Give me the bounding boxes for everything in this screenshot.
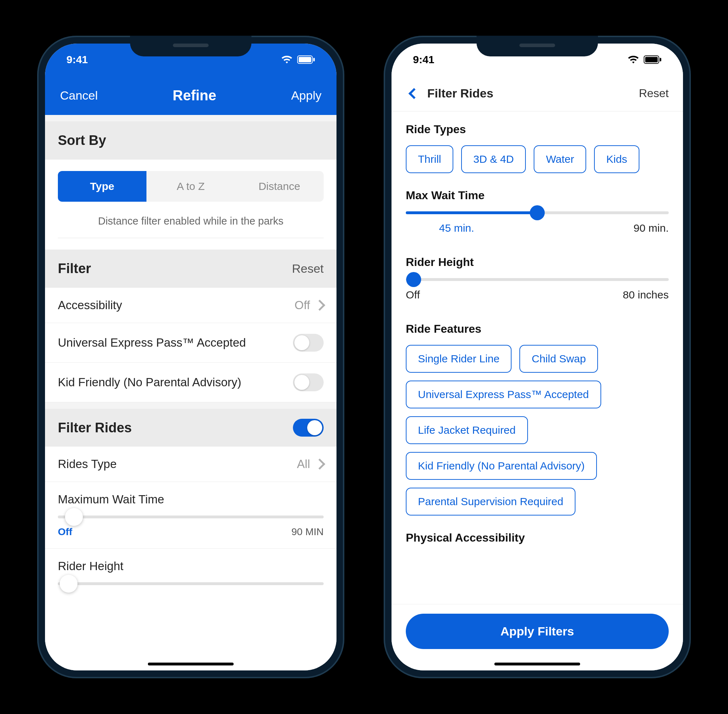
sort-seg-atoz[interactable]: A to Z: [146, 171, 235, 202]
screen-left: 9:41 Cancel Refine Apply Sort By Type A …: [45, 44, 337, 670]
wait-max-label: 90 MIN: [292, 526, 323, 538]
wait-slider[interactable]: [406, 212, 669, 214]
chevron-left-icon: [408, 88, 420, 99]
phone-frame-right: 9:41 Filter Rides Reset Ride Types Thril…: [384, 36, 691, 678]
express-row: Universal Express Pass™ Accepted: [45, 323, 337, 363]
chip-water[interactable]: Water: [534, 145, 586, 173]
filter-rides-label: Filter Rides: [58, 420, 132, 435]
wait-max-label: 90 min.: [634, 222, 669, 234]
filter-rides-header: Filter Rides: [45, 409, 337, 447]
wait-label: Max Wait Time: [406, 189, 669, 202]
chip-3d4d[interactable]: 3D & 4D: [461, 145, 526, 173]
height-label: Rider Height: [406, 256, 669, 269]
back-button[interactable]: [406, 86, 420, 101]
height-min-label: Off: [406, 289, 420, 301]
nav-title: Filter Rides: [427, 86, 493, 100]
kidfriendly-row: Kid Friendly (No Parental Advisory): [45, 363, 337, 402]
apply-filters-button[interactable]: Apply Filters: [406, 614, 669, 649]
sort-seg-type[interactable]: Type: [58, 171, 146, 202]
features-chips: Single Rider Line Child Swap Universal E…: [406, 345, 669, 516]
notch: [130, 36, 251, 56]
chip-kids[interactable]: Kids: [594, 145, 639, 173]
status-icons: [627, 56, 662, 64]
ride-types-chips: Thrill 3D & 4D Water Kids: [406, 145, 669, 173]
svg-rect-4: [645, 57, 657, 63]
notch: [477, 36, 598, 56]
filter-reset-button[interactable]: Reset: [292, 262, 323, 276]
content-left: Sort By Type A to Z Distance Distance fi…: [45, 115, 337, 670]
chip-express-pass[interactable]: Universal Express Pass™ Accepted: [406, 381, 601, 408]
status-icons: [281, 56, 315, 64]
svg-rect-2: [313, 58, 315, 62]
wait-slider[interactable]: [58, 516, 323, 518]
rides-type-label: Rides Type: [58, 458, 116, 471]
chevron-right-icon: [314, 300, 325, 310]
phone-frame-left: 9:41 Cancel Refine Apply Sort By Type A …: [37, 36, 344, 678]
home-indicator[interactable]: [494, 663, 580, 666]
sort-segmented: Type A to Z Distance: [58, 171, 323, 202]
battery-icon: [297, 56, 315, 64]
screen-right: 9:41 Filter Rides Reset Ride Types Thril…: [391, 44, 683, 670]
wait-value-label: 45 min.: [439, 222, 474, 234]
chip-thrill[interactable]: Thrill: [406, 145, 453, 173]
nav-title: Refine: [173, 87, 216, 104]
apply-button[interactable]: Apply: [291, 88, 322, 102]
chevron-right-icon: [314, 458, 325, 470]
accessibility-row[interactable]: Accessibility Off: [45, 288, 337, 323]
accessibility-value: Off: [295, 298, 310, 312]
chip-child-swap[interactable]: Child Swap: [519, 345, 598, 373]
height-slider[interactable]: [58, 582, 323, 585]
sort-hint: Distance filter enabled while in the par…: [58, 215, 323, 227]
status-time: 9:41: [413, 54, 435, 66]
sort-header: Sort By: [45, 122, 337, 160]
height-slider[interactable]: [406, 278, 669, 281]
sort-header-label: Sort By: [58, 133, 106, 148]
status-time: 9:41: [66, 54, 88, 66]
cancel-button[interactable]: Cancel: [60, 88, 98, 102]
svg-rect-1: [299, 57, 311, 63]
sort-seg-distance[interactable]: Distance: [235, 171, 323, 202]
ride-types-label: Ride Types: [406, 123, 669, 136]
nav-bar: Cancel Refine Apply: [45, 76, 337, 115]
height-label: Rider Height: [58, 560, 323, 573]
accessibility-label: Accessibility: [58, 298, 122, 312]
home-indicator[interactable]: [148, 663, 234, 666]
kidfriendly-label: Kid Friendly (No Parental Advisory): [58, 376, 241, 389]
filter-rides-toggle[interactable]: [293, 419, 323, 436]
express-label: Universal Express Pass™ Accepted: [58, 336, 246, 350]
wifi-icon: [627, 56, 639, 64]
rides-type-value: All: [297, 458, 310, 471]
height-max-label: 80 inches: [623, 289, 669, 301]
content-right: Ride Types Thrill 3D & 4D Water Kids Max…: [391, 111, 683, 604]
filter-header-label: Filter: [58, 261, 91, 276]
battery-icon: [644, 56, 662, 64]
svg-rect-5: [660, 58, 661, 62]
features-label: Ride Features: [406, 322, 669, 336]
chip-kid-friendly[interactable]: Kid Friendly (No Parental Advisory): [406, 452, 597, 480]
chip-single-rider[interactable]: Single Rider Line: [406, 345, 511, 373]
nav-bar: Filter Rides Reset: [391, 76, 683, 111]
filter-header: Filter Reset: [45, 249, 337, 288]
chip-parental-supervision[interactable]: Parental Supervision Required: [406, 488, 576, 516]
express-toggle[interactable]: [293, 334, 323, 352]
wifi-icon: [281, 56, 293, 64]
wait-min-label: Off: [58, 526, 72, 538]
kidfriendly-toggle[interactable]: [293, 374, 323, 391]
reset-button[interactable]: Reset: [639, 87, 669, 100]
footer: Apply Filters: [391, 604, 683, 670]
accessibility-label: Physical Accessibility: [406, 531, 669, 544]
wait-label: Maximum Wait Time: [58, 493, 323, 506]
chip-life-jacket[interactable]: Life Jacket Required: [406, 416, 528, 444]
rides-type-row[interactable]: Rides Type All: [45, 447, 337, 482]
